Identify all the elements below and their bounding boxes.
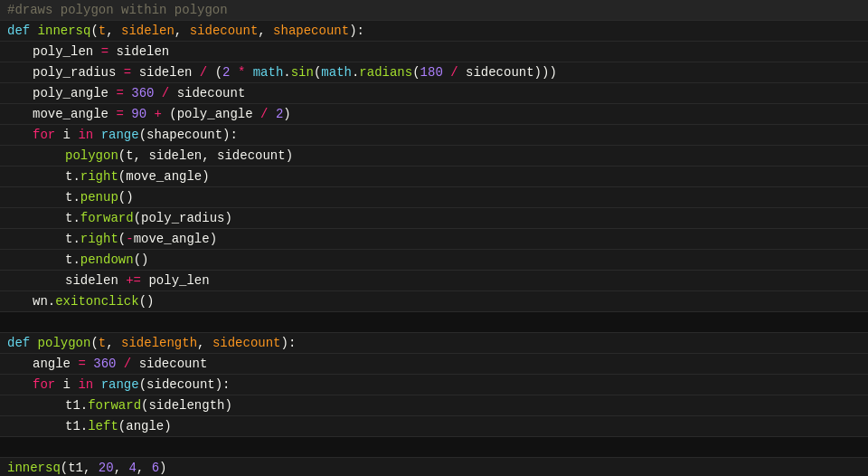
line-poly-len: poly_len = sidelen xyxy=(0,42,868,62)
line-for-shapecount: for i in range(shapecount): xyxy=(0,125,868,146)
code-editor: #draws polygon within polygon def inners… xyxy=(0,0,868,476)
line-move-angle: move_angle = 90 + (poly_angle / 2) xyxy=(0,104,868,125)
line-t-pendown: t.pendown() xyxy=(0,250,868,271)
line-comment: #draws polygon within polygon xyxy=(0,0,868,21)
line-t-right-move: t.right(move_angle) xyxy=(0,167,868,187)
line-def-polygon: def polygon(t, sidelength, sidecount): xyxy=(0,333,868,354)
line-t-right-neg: t.right(-move_angle) xyxy=(0,229,868,250)
line-t-penup: t.penup() xyxy=(0,187,868,208)
line-wn-exit: wn.exitonclick() xyxy=(0,291,868,312)
line-sidelen-inc: sidelen += poly_len xyxy=(0,271,868,291)
line-def-innersq: def innersq(t, sidelen, sidecount, shape… xyxy=(0,21,868,42)
line-angle-def: angle = 360 / sidecount xyxy=(0,354,868,375)
line-for-sidecount: for i in range(sidecount): xyxy=(0,375,868,395)
line-polygon-call: polygon(t, sidelen, sidecount) xyxy=(0,146,868,167)
line-t1-forward: t1.forward(sidelength) xyxy=(0,395,868,416)
line-blank-1 xyxy=(0,312,868,333)
line-innersq-call: innersq(t1, 20, 4, 6) xyxy=(0,458,868,476)
line-t-forward: t.forward(poly_radius) xyxy=(0,208,868,229)
line-t1-left: t1.left(angle) xyxy=(0,416,868,437)
line-poly-angle: poly_angle = 360 / sidecount xyxy=(0,83,868,104)
line-poly-radius: poly_radius = sidelen / (2 * math.sin(ma… xyxy=(0,62,868,83)
line-blank-2 xyxy=(0,437,868,458)
